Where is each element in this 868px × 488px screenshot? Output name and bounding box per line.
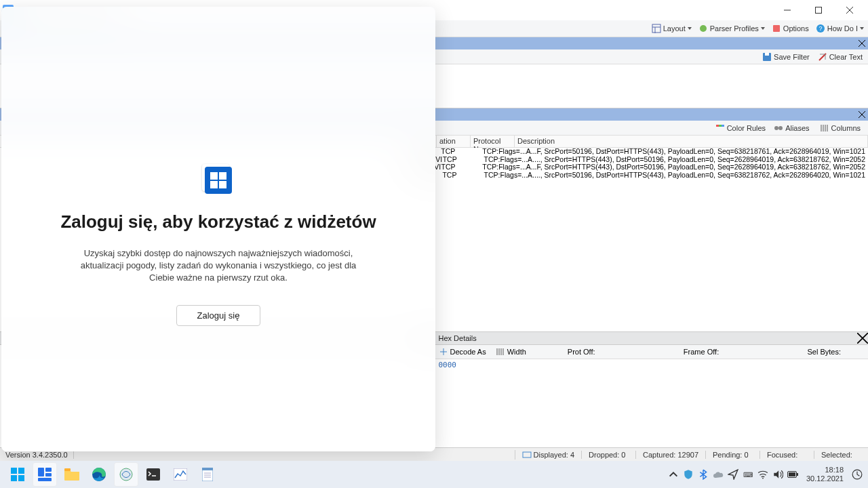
clear-text-button[interactable]: Clear Text [818,52,863,62]
svg-text:?: ? [818,25,822,32]
filter-pane-close[interactable] [857,39,867,48]
widgets-signin-button[interactable]: Zaloguj się [176,305,261,326]
svg-rect-13 [523,452,531,458]
widgets-taskbar-button[interactable] [33,462,57,487]
svg-rect-31 [797,473,798,476]
svg-rect-3 [773,25,780,32]
dropped-status: Dropped: 0 [581,451,635,459]
widgets-logo-icon [205,167,232,194]
svg-rect-32 [789,472,795,476]
svg-rect-22 [64,468,71,471]
col-protocol[interactable]: Protocol Name [471,136,515,147]
netmon-taskbar-button[interactable] [114,462,138,487]
svg-point-2 [700,25,707,32]
layout-menu[interactable]: Layout [652,24,692,33]
svg-rect-7 [765,53,769,56]
widgets-body: Uzyskaj szybki dostęp do najnowszych naj… [69,247,368,285]
save-filter-button[interactable]: Save Filter [762,52,810,62]
aliases-button[interactable]: Aliases [774,123,811,133]
svg-rect-0 [816,7,822,14]
prot-off-label: Prot Off: [568,348,595,356]
svg-rect-18 [38,468,44,476]
color-rules-button[interactable]: Color Rules [715,123,766,133]
shield-icon[interactable] [683,469,694,480]
svg-point-11 [774,126,778,130]
svg-rect-17 [18,475,24,481]
svg-rect-28 [202,468,213,470]
displayed-status: Displayed: 4 [515,450,582,460]
parser-profiles-menu[interactable]: Parser Profiles [698,24,765,33]
frame-off-label: Frame Off: [684,348,719,356]
svg-rect-10 [722,125,724,127]
col-destination[interactable]: ation [437,136,471,147]
captured-status: Captured: 12907 [635,451,705,459]
hex-pane-title: Hex Details [435,334,858,342]
svg-rect-15 [18,468,24,474]
onedrive-icon[interactable] [713,469,724,480]
clock[interactable]: 18:18 30.12.2021 [802,466,848,483]
bluetooth-icon[interactable] [698,469,709,480]
svg-rect-26 [174,468,187,481]
svg-point-12 [778,126,783,130]
pending-status: Pending: 0 [705,451,760,459]
wifi-icon[interactable] [757,469,768,480]
taskbar: ⌨ 18:18 30.12.2021 [0,461,868,488]
svg-rect-21 [38,478,52,481]
col-description[interactable]: Description [515,136,868,147]
svg-rect-9 [719,125,722,127]
version-label: Version 3.4.2350.0 [0,451,74,459]
svg-rect-1 [652,24,660,33]
svg-point-29 [762,478,764,479]
chevron-up-icon[interactable] [668,469,679,480]
language-indicator[interactable]: ⌨ [743,469,753,480]
close-button[interactable] [834,0,865,20]
columns-button[interactable]: Columns [820,123,863,133]
chart-app-button[interactable] [168,462,193,487]
decode-as-button[interactable]: Decode As [439,347,486,357]
help-menu[interactable]: ? How Do I [816,24,864,33]
svg-rect-14 [11,468,17,474]
hex-content[interactable]: 0000 [435,359,869,447]
selected-status: Selected: [814,451,868,459]
maximize-button[interactable] [803,0,834,20]
svg-rect-19 [45,468,52,472]
sel-bytes-label: Sel Bytes: [807,348,841,356]
system-tray[interactable]: ⌨ 18:18 30.12.2021 [668,466,863,483]
focused-status: Focused: [760,451,814,459]
hex-details-close[interactable] [857,333,868,344]
width-button[interactable]: Width [496,347,528,357]
start-button[interactable] [5,462,30,487]
widgets-heading: Zaloguj się, aby korzystać z widżetów [60,211,376,232]
svg-rect-16 [11,475,17,481]
battery-icon[interactable] [787,469,798,480]
frames-pane-close[interactable] [857,110,867,119]
svg-rect-20 [45,473,52,476]
svg-rect-8 [716,125,719,127]
hex-details-pane: Hex Details Decode As Width Prot Off: [435,332,869,447]
location-icon[interactable] [728,469,738,480]
notepad-button[interactable] [195,462,220,487]
minimize-button[interactable] [772,0,803,20]
options-menu[interactable]: Options [772,24,809,33]
notifications-icon[interactable] [852,469,863,480]
edge-button[interactable] [87,462,111,487]
file-explorer-button[interactable] [60,462,84,487]
terminal-button[interactable] [141,462,165,487]
widgets-signin-panel: Zaloguj się, aby korzystać z widżetów Uz… [1,7,435,451]
volume-icon[interactable] [772,469,783,480]
svg-rect-25 [146,468,160,481]
